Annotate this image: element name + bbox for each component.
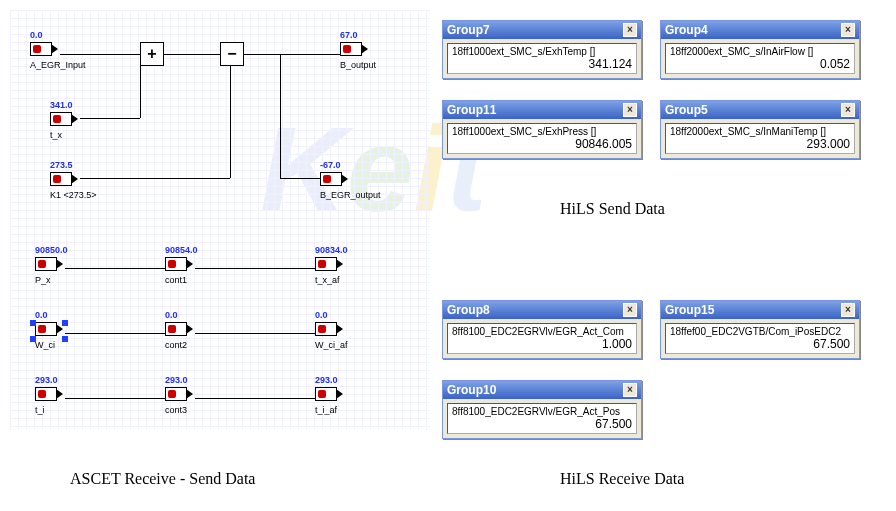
- wire: [80, 118, 140, 119]
- port-icon: [320, 172, 342, 186]
- block-w-ci[interactable]: 0.0 W_ci: [35, 310, 57, 350]
- panel-group15[interactable]: Group15 × 18ffef00_EDC2VGTB/Com_iPosEDC2…: [660, 300, 860, 359]
- close-icon[interactable]: ×: [623, 383, 637, 397]
- selection-handle[interactable]: [62, 320, 68, 326]
- panel-group7[interactable]: Group7 × 18ff1000ext_SMC_s/ExhTemp [] 34…: [442, 20, 642, 79]
- block-label: t_i: [35, 405, 58, 415]
- panel-group8[interactable]: Group8 × 8ff8100_EDC2EGRVlv/EGR_Act_Com …: [442, 300, 642, 359]
- signal-field[interactable]: 18ffef00_EDC2VGTB/Com_iPosEDC2 67.500: [665, 323, 855, 354]
- signal-field[interactable]: 18ff2000ext_SMC_s/InManiTemp [] 293.000: [665, 123, 855, 154]
- block-label: cont1: [165, 275, 198, 285]
- block-cont3[interactable]: 293.0 cont3: [165, 375, 188, 415]
- ascet-diagram: 0.0 A_EGR_Input + − 67.0 B_output 341.0 …: [10, 10, 430, 430]
- wire: [280, 54, 281, 178]
- wire: [280, 178, 320, 179]
- block-label: cont3: [165, 405, 188, 415]
- close-icon[interactable]: ×: [841, 23, 855, 37]
- panel-titlebar[interactable]: Group4 ×: [661, 21, 859, 39]
- block-value: 0.0: [35, 310, 57, 320]
- wire: [195, 398, 315, 399]
- panel-title: Group11: [447, 103, 496, 117]
- block-label: B_EGR_output: [320, 190, 381, 200]
- op-minus[interactable]: −: [220, 42, 244, 66]
- signal-field[interactable]: 18ff2000ext_SMC_s/InAirFlow [] 0.052: [665, 43, 855, 74]
- panel-body: 8ff8100_EDC2EGRVlv/EGR_Act_Com 1.000: [443, 319, 641, 358]
- block-cont1[interactable]: 90854.0 cont1: [165, 245, 198, 285]
- panel-titlebar[interactable]: Group8 ×: [443, 301, 641, 319]
- block-value: 341.0: [50, 100, 73, 110]
- block-t-i[interactable]: 293.0 t_i: [35, 375, 58, 415]
- signal-field[interactable]: 8ff8100_EDC2EGRVlv/EGR_Act_Com 1.000: [447, 323, 637, 354]
- panel-title: Group5: [665, 103, 708, 117]
- block-label: A_EGR_Input: [30, 60, 86, 70]
- block-t-x[interactable]: 341.0 t_x: [50, 100, 73, 140]
- wire: [65, 398, 165, 399]
- signal-field[interactable]: 18ff1000ext_SMC_s/ExhPress [] 90846.005: [447, 123, 637, 154]
- block-a-egr-input[interactable]: 0.0 A_EGR_Input: [30, 30, 86, 70]
- panel-group10[interactable]: Group10 × 8ff8100_EDC2EGRVlv/EGR_Act_Pos…: [442, 380, 642, 439]
- block-value: 0.0: [315, 310, 348, 320]
- close-icon[interactable]: ×: [623, 103, 637, 117]
- signal-value: 293.000: [670, 137, 850, 151]
- port-icon: [35, 257, 57, 271]
- panel-titlebar[interactable]: Group5 ×: [661, 101, 859, 119]
- signal-field[interactable]: 8ff8100_EDC2EGRVlv/EGR_Act_Pos 67.500: [447, 403, 637, 434]
- block-cont2[interactable]: 0.0 cont2: [165, 310, 187, 350]
- panel-titlebar[interactable]: Group15 ×: [661, 301, 859, 319]
- block-label: W_ci: [35, 340, 57, 350]
- block-value: 90834.0: [315, 245, 348, 255]
- block-label: t_x: [50, 130, 73, 140]
- port-icon: [315, 387, 337, 401]
- close-icon[interactable]: ×: [841, 303, 855, 317]
- close-icon[interactable]: ×: [623, 303, 637, 317]
- panel-title: Group15: [665, 303, 714, 317]
- panel-body: 18ff2000ext_SMC_s/InManiTemp [] 293.000: [661, 119, 859, 158]
- signal-name: 18ffef00_EDC2VGTB/Com_iPosEDC2: [670, 326, 850, 337]
- block-p-x[interactable]: 90850.0 P_x: [35, 245, 68, 285]
- wire: [195, 333, 315, 334]
- panel-group5[interactable]: Group5 × 18ff2000ext_SMC_s/InManiTemp []…: [660, 100, 860, 159]
- port-icon: [165, 387, 187, 401]
- port-icon: [30, 42, 52, 56]
- signal-name: 18ff2000ext_SMC_s/InAirFlow []: [670, 46, 850, 57]
- close-icon[interactable]: ×: [841, 103, 855, 117]
- port-icon: [35, 322, 57, 336]
- block-k1[interactable]: 273.5 K1 <273.5>: [50, 160, 97, 200]
- signal-value: 341.124: [452, 57, 632, 71]
- block-value: 273.5: [50, 160, 97, 170]
- block-value: 0.0: [165, 310, 187, 320]
- port-icon: [165, 322, 187, 336]
- op-plus[interactable]: +: [140, 42, 164, 66]
- panel-titlebar[interactable]: Group7 ×: [443, 21, 641, 39]
- op-symbol: −: [227, 45, 236, 63]
- block-b-egr-output[interactable]: -67.0 B_EGR_output: [320, 160, 381, 200]
- close-icon[interactable]: ×: [623, 23, 637, 37]
- block-value: 293.0: [315, 375, 338, 385]
- panel-titlebar[interactable]: Group10 ×: [443, 381, 641, 399]
- signal-field[interactable]: 18ff1000ext_SMC_s/ExhTemp [] 341.124: [447, 43, 637, 74]
- port-icon: [50, 112, 72, 126]
- port-icon: [315, 322, 337, 336]
- selection-handle[interactable]: [30, 320, 36, 326]
- port-icon: [340, 42, 362, 56]
- signal-value: 1.000: [452, 337, 632, 351]
- panel-title: Group10: [447, 383, 496, 397]
- caption-hils-send: HiLS Send Data: [560, 200, 665, 218]
- caption-hils-recv: HiLS Receive Data: [560, 470, 684, 488]
- panel-group4[interactable]: Group4 × 18ff2000ext_SMC_s/InAirFlow [] …: [660, 20, 860, 79]
- block-value: -67.0: [320, 160, 381, 170]
- signal-name: 8ff8100_EDC2EGRVlv/EGR_Act_Pos: [452, 406, 632, 417]
- selection-handle[interactable]: [62, 336, 68, 342]
- wire: [164, 54, 220, 55]
- panel-titlebar[interactable]: Group11 ×: [443, 101, 641, 119]
- block-b-output[interactable]: 67.0 B_output: [340, 30, 376, 70]
- panel-group11[interactable]: Group11 × 18ff1000ext_SMC_s/ExhPress [] …: [442, 100, 642, 159]
- block-t-i-af[interactable]: 293.0 t_i_af: [315, 375, 338, 415]
- block-t-x-af[interactable]: 90834.0 t_x_af: [315, 245, 348, 285]
- panel-body: 8ff8100_EDC2EGRVlv/EGR_Act_Pos 67.500: [443, 399, 641, 438]
- block-value: 90854.0: [165, 245, 198, 255]
- selection-handle[interactable]: [30, 336, 36, 342]
- signal-value: 0.052: [670, 57, 850, 71]
- wire: [244, 54, 340, 55]
- block-w-ci-af[interactable]: 0.0 W_ci_af: [315, 310, 348, 350]
